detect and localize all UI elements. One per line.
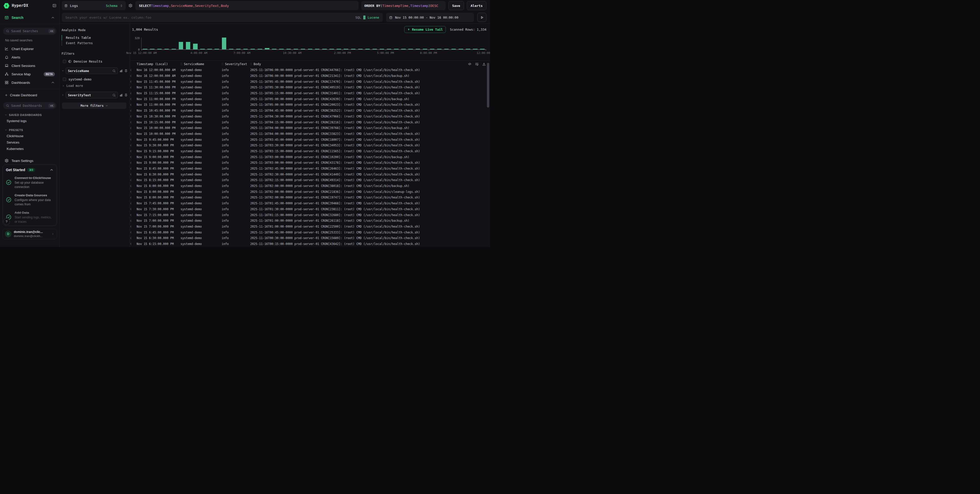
column-header-body[interactable]: Body (250, 62, 467, 66)
filter-group-servicename[interactable]: ServiceName (62, 67, 128, 74)
denoise-results-toggle[interactable]: Denoise Results (62, 59, 128, 63)
get-started-item-create-data-sources[interactable]: Create Data SourcesConfigure where your … (6, 193, 54, 207)
table-row[interactable]: Nov 15 8:15:00.000 PMsystemd-demoinfo202… (130, 177, 490, 183)
drag-handle-icon[interactable] (181, 62, 182, 65)
get-started-item-connect-to-clickhouse[interactable]: Connect to ClickHouseSet up your databas… (6, 176, 54, 189)
source-settings-gear-icon[interactable] (129, 3, 132, 8)
column-header-servicename[interactable]: ServiceName (181, 62, 222, 66)
table-row[interactable]: Nov 15 11:30:00.000 PMsystemd-demoinfo20… (130, 84, 490, 91)
sidebar-item-alerts[interactable]: Alerts (3, 54, 57, 61)
table-row[interactable]: Nov 15 9:00:00.000 PMsystemd-demoinfo202… (130, 160, 490, 166)
help-button[interactable]: ? (3, 218, 10, 225)
table-row[interactable]: Nov 15 11:00:00.000 PMsystemd-demoinfo20… (130, 96, 490, 102)
table-row[interactable]: Nov 15 9:00:00.000 PMsystemd-demoinfo202… (130, 154, 490, 160)
table-row[interactable]: Nov 15 10:15:00.000 PMsystemd-demoinfo20… (130, 119, 490, 125)
date-range-picker[interactable]: Nov 15 00:00:00 - Nov 16 00:00:00 (386, 13, 474, 22)
table-row[interactable]: Nov 15 9:30:00.000 PMsystemd-demoinfo202… (130, 143, 490, 148)
code-view-icon[interactable] (468, 62, 472, 66)
saved-searches-input[interactable]: Saved Searches ⌘K (3, 27, 56, 35)
denoise-checkbox[interactable] (63, 60, 66, 63)
sidebar-collapse-icon[interactable] (52, 3, 56, 8)
filter-group-pill[interactable]: ServiceName (65, 67, 118, 74)
sidebar-item-service-map[interactable]: Service MapBETA (3, 70, 57, 78)
sidebar-item-systemd-logs[interactable]: Systemd logs (3, 118, 57, 124)
pin-icon[interactable] (124, 94, 128, 97)
drag-handle-icon[interactable] (222, 62, 223, 65)
sidebar-item-chart-explorer[interactable]: Chart Explorer (3, 45, 57, 53)
table-row[interactable]: Nov 15 8:00:00.000 PMsystemd-demoinfo202… (130, 189, 490, 194)
table-row[interactable]: Nov 15 11:45:00.000 PMsystemd-demoinfo20… (130, 79, 490, 84)
sidebar-item-clickhouse[interactable]: ClickHouse (3, 133, 57, 139)
chevron-down-icon[interactable] (62, 70, 64, 72)
table-scrollbar[interactable] (487, 63, 489, 108)
chevron-up-icon[interactable] (51, 16, 55, 20)
sidebar-item-dashboards[interactable]: Dashboards (3, 79, 57, 86)
search-icon[interactable] (112, 94, 116, 97)
drag-handle-icon[interactable] (250, 62, 252, 65)
column-header-severitytext[interactable]: SeverityText (222, 62, 250, 66)
run-query-button[interactable] (477, 13, 487, 22)
table-row[interactable]: Nov 15 11:00:00.000 PMsystemd-demoinfo20… (130, 102, 490, 108)
table-row[interactable]: Nov 15 10:00:00.000 PMsystemd-demoinfo20… (130, 131, 490, 137)
select-query-input[interactable]: SELECT Timestamp,ServiceName,SeverityTex… (135, 1, 358, 10)
get-started-header[interactable]: Get Started 3/3 (6, 168, 54, 172)
checkbox[interactable] (63, 78, 66, 81)
user-card[interactable]: D dominic.tran@clic... dominic.tran@clic… (3, 229, 57, 239)
table-row[interactable]: Nov 15 8:00:00.000 PMsystemd-demoinfo202… (130, 194, 490, 201)
filter-group-pill[interactable]: SeverityText (65, 92, 118, 98)
download-icon[interactable] (482, 62, 486, 66)
column-header-timestamp[interactable]: Timestamp (Local) (137, 62, 181, 66)
alerts-button[interactable]: Alerts (467, 1, 487, 10)
table-row[interactable]: Nov 15 10:00:00.000 PMsystemd-demoinfo20… (130, 125, 490, 131)
table-row[interactable]: Nov 15 10:45:00.000 PMsystemd-demoinfo20… (130, 108, 490, 114)
section-header-presets[interactable]: PRESETS (3, 127, 57, 133)
section-header-saved-dashboards[interactable]: SAVED DASHBOARDS (3, 112, 57, 118)
table-row[interactable]: Nov 16 12:00:00.000 AMsystemd-demoinfo20… (130, 73, 490, 79)
analysis-mode-results-table[interactable]: Results Table (66, 35, 128, 40)
create-dashboard-button[interactable]: Create Dashboard (3, 92, 57, 99)
sidebar-item-team-settings[interactable]: Team Settings (3, 157, 57, 164)
more-filters-button[interactable]: More filters (62, 102, 126, 109)
chevron-right-icon[interactable] (62, 94, 64, 96)
analysis-mode-event-patterns[interactable]: Event Patterns (66, 40, 128, 46)
filter-value-systemd-demo[interactable]: systemd-demo (63, 77, 128, 81)
table-row[interactable]: Nov 15 6:30:00.000 PMsystemd-demoinfo202… (130, 235, 490, 241)
table-row[interactable]: Nov 15 6:15:00.000 PMsystemd-demoinfo202… (130, 241, 490, 247)
table-row[interactable]: Nov 15 7:30:00.000 PMsystemd-demoinfo202… (130, 206, 490, 212)
sidebar-item-services[interactable]: Services (3, 139, 57, 146)
pin-icon[interactable] (124, 69, 128, 73)
table-row[interactable]: Nov 15 9:45:00.000 PMsystemd-demoinfo202… (130, 137, 490, 143)
table-row[interactable]: Nov 15 8:30:00.000 PMsystemd-demoinfo202… (130, 171, 490, 177)
load-more-button[interactable]: Load more (62, 84, 128, 88)
chart-values-icon[interactable] (119, 94, 123, 97)
save-button[interactable]: Save (449, 1, 464, 10)
table-row[interactable]: Nov 15 8:00:00.000 PMsystemd-demoinfo202… (130, 183, 490, 189)
chevron-up-icon[interactable] (49, 168, 54, 172)
table-row[interactable]: Nov 15 10:30:00.000 PMsystemd-demoinfo20… (130, 114, 490, 120)
table-row[interactable]: Nov 15 7:45:00.000 PMsystemd-demoinfo202… (130, 201, 490, 206)
filter-group-severitytext[interactable]: SeverityText (62, 92, 128, 98)
source-selector[interactable]: Logs Schema (62, 1, 126, 10)
table-row[interactable]: Nov 15 9:15:00.000 PMsystemd-demoinfo202… (130, 148, 490, 154)
table-row[interactable]: Nov 15 7:00:00.000 PMsystemd-demoinfo202… (130, 224, 490, 229)
table-row[interactable]: Nov 16 12:00:00.000 AMsystemd-demoinfo20… (130, 67, 490, 73)
get-started-item-add-data[interactable]: Add DataStart sending logs, metrics, or … (6, 210, 54, 224)
sidebar-item-kubernetes[interactable]: Kubernetes (3, 146, 57, 152)
sidebar-item-search[interactable]: Search (3, 14, 57, 21)
sidebar-item-client-sessions[interactable]: Client Sessions (3, 62, 57, 70)
brand[interactable]: HyperDX (3, 3, 29, 9)
lucene-toggle[interactable]: Lucene (368, 16, 379, 19)
event-search-input[interactable]: Search your events w/ Lucene ex. column:… (62, 13, 383, 22)
wrap-text-icon[interactable] (475, 62, 479, 66)
table-row[interactable]: Nov 15 8:45:00.000 PMsystemd-demoinfo202… (130, 166, 490, 172)
saved-dashboards-input[interactable]: Saved Dashboards ⌘K (3, 102, 56, 109)
table-row[interactable]: Nov 15 7:00:00.000 PMsystemd-demoinfo202… (130, 218, 490, 224)
chart-values-icon[interactable] (119, 69, 123, 73)
table-row[interactable]: Nov 15 11:15:00.000 PMsystemd-demoinfo20… (130, 91, 490, 96)
sql-toggle[interactable]: SQL (355, 16, 361, 19)
chevron-up-icon[interactable] (51, 80, 55, 84)
order-by-input[interactable]: ORDER BY (TimestampTime, Timestamp) DESC (361, 1, 445, 10)
table-row[interactable]: Nov 15 6:45:00.000 PMsystemd-demoinfo202… (130, 229, 490, 235)
resume-live-tail-button[interactable]: Resume Live Tail (404, 26, 446, 33)
table-row[interactable]: Nov 15 7:15:00.000 PMsystemd-demoinfo202… (130, 212, 490, 218)
